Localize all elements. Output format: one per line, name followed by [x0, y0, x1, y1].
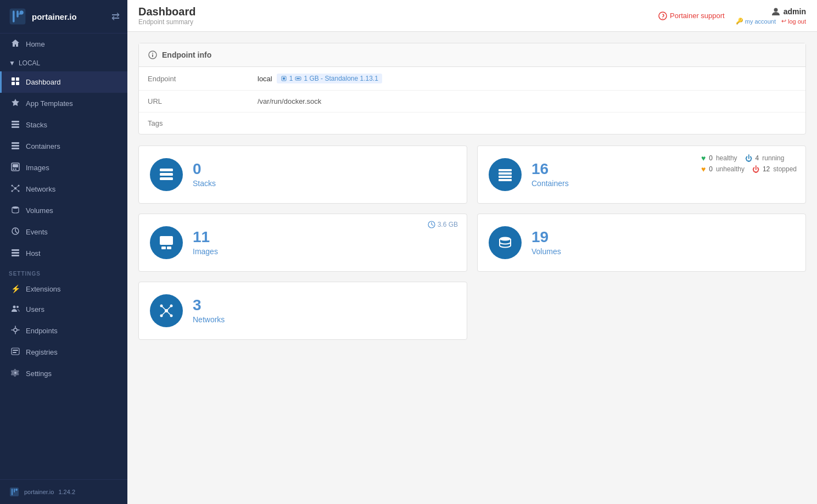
svg-rect-30	[12, 249, 19, 251]
svg-point-44	[662, 18, 663, 19]
images-size: 3.6 GB	[438, 221, 458, 228]
svg-rect-60	[160, 236, 173, 245]
endpoints-icon	[10, 326, 20, 336]
svg-rect-48	[152, 54, 153, 57]
sidebar-item-users[interactable]: Users	[0, 299, 127, 320]
svg-rect-8	[16, 82, 19, 85]
unhealthy-count: 0	[709, 165, 713, 173]
stacks-label: Stacks	[193, 179, 216, 188]
sidebar-item-dashboard-label: Dashboard	[26, 78, 61, 86]
tags-row: Tags	[139, 113, 805, 135]
containers-label: Containers	[531, 179, 569, 188]
volumes-icon-circle	[489, 226, 522, 259]
stacks-stat-info: 0 Stacks	[193, 161, 216, 188]
my-account-link[interactable]: 🔑 my account	[736, 18, 776, 25]
containers-count: 16	[531, 161, 569, 177]
endpoint-info-header: Endpoint info	[139, 43, 805, 67]
containers-icon-circle	[489, 158, 522, 191]
svg-rect-62	[167, 247, 171, 249]
images-stat-info: 11 Images	[193, 229, 218, 256]
container-stats: ♥ 0 healthy ⏻ 4 running ♥ 0 unhealthy ⏻ …	[701, 154, 797, 173]
sidebar-item-extensions[interactable]: ⚡ Extensions	[0, 279, 127, 299]
endpoint-info-title: Endpoint info	[162, 51, 211, 59]
svg-point-42	[15, 489, 18, 491]
sidebar-item-networks[interactable]: Networks	[0, 178, 127, 200]
sidebar-item-networks-label: Networks	[26, 185, 55, 193]
sidebar-nav: Home ▼ LOCAL Dashboard App Templates	[0, 33, 127, 479]
stat-card-stacks[interactable]: 0 Stacks	[138, 145, 467, 204]
logout-link[interactable]: ↩ log out	[781, 18, 806, 25]
sidebar: portainer.io ⇄ Home ▼ LOCAL Dashboard	[0, 0, 127, 504]
svg-rect-57	[499, 172, 512, 175]
svg-rect-17	[13, 169, 14, 170]
networks-label: Networks	[193, 315, 225, 324]
running-label: running	[762, 154, 784, 162]
images-icon	[10, 163, 20, 173]
host-icon	[10, 248, 20, 259]
sidebar-item-endpoints-label: Endpoints	[26, 327, 58, 335]
support-label: Portainer support	[670, 12, 725, 20]
sidebar-logo: portainer.io ⇄	[0, 0, 127, 33]
topbar: Dashboard Endpoint summary Portainer sup…	[127, 0, 817, 32]
svg-rect-58	[499, 176, 512, 178]
transfer-icon[interactable]: ⇄	[111, 10, 120, 23]
stat-card-containers[interactable]: 16 Containers ♥ 0 healthy ⏻ 4 running ♥ …	[477, 145, 806, 204]
events-icon	[10, 227, 20, 237]
settings-section-label: SETTINGS	[0, 264, 127, 279]
svg-rect-37	[13, 350, 18, 351]
logout-icon: ↩	[781, 18, 786, 25]
user-name: admin	[771, 7, 806, 16]
svg-rect-2	[16, 10, 19, 18]
user-section: admin 🔑 my account ↩ log out	[736, 7, 806, 25]
sidebar-item-home[interactable]: Home	[0, 33, 127, 55]
networks-icon-circle	[150, 294, 183, 327]
endpoint-local-text: local	[258, 75, 272, 83]
sidebar-item-endpoints[interactable]: Endpoints	[0, 320, 127, 341]
svg-rect-12	[12, 142, 19, 144]
sidebar-item-app-templates[interactable]: App Templates	[0, 93, 127, 114]
volumes-stat-icon	[497, 234, 513, 251]
svg-rect-56	[499, 169, 512, 171]
stat-card-networks[interactable]: 3 Networks	[138, 282, 467, 340]
sidebar-item-registries[interactable]: Registries	[0, 341, 127, 363]
sidebar-item-containers[interactable]: Containers	[0, 136, 127, 157]
logo-text: portainer.io	[32, 12, 77, 21]
sidebar-item-volumes[interactable]: Volumes	[0, 200, 127, 221]
sidebar-item-registries-label: Registries	[26, 348, 58, 356]
svg-rect-7	[12, 82, 15, 85]
sidebar-item-dashboard[interactable]: Dashboard	[0, 71, 127, 93]
portainer-support-link[interactable]: Portainer support	[658, 12, 725, 20]
running-count: 4	[756, 154, 759, 162]
sidebar-footer: portainer.io 1.24.2	[0, 479, 127, 504]
svg-rect-61	[161, 247, 166, 249]
svg-line-73	[166, 311, 171, 316]
sidebar-item-containers-label: Containers	[26, 142, 60, 150]
topbar-right: Portainer support admin 🔑 my account ↩ l…	[658, 7, 806, 25]
svg-point-43	[659, 12, 667, 20]
healthy-row: ♥ 0 healthy ⏻ 4 running	[701, 154, 797, 163]
registries-icon	[10, 347, 20, 357]
sidebar-item-settings-label: Settings	[26, 369, 52, 378]
tags-field-label: Tags	[139, 113, 249, 135]
content-area: Endpoint info Endpoint local 1 1 GB - St…	[127, 32, 817, 504]
svg-rect-50	[283, 77, 285, 80]
sidebar-item-host[interactable]: Host	[0, 243, 127, 264]
sidebar-item-settings[interactable]: Settings	[0, 363, 127, 384]
memory-icon	[295, 75, 301, 82]
containers-icon	[10, 141, 20, 152]
portainer-logo-icon	[8, 7, 27, 26]
svg-point-45	[774, 8, 777, 12]
svg-rect-41	[14, 489, 15, 492]
stat-card-volumes[interactable]: 19 Volumes	[477, 214, 806, 272]
sidebar-item-events[interactable]: Events	[0, 221, 127, 243]
endpoint-info-table: Endpoint local 1 1 GB - Standalone 1.13.…	[139, 67, 805, 134]
stat-card-images[interactable]: 11 Images 3.6 GB	[138, 214, 467, 272]
svg-rect-55	[160, 177, 173, 180]
sidebar-item-stacks[interactable]: Stacks	[0, 114, 127, 136]
stacks-icon	[10, 120, 20, 130]
sidebar-item-images[interactable]: Images	[0, 157, 127, 178]
images-count: 11	[193, 229, 218, 245]
endpoint-row: Endpoint local 1 1 GB - Standalone 1.13.…	[139, 67, 805, 91]
sidebar-item-events-label: Events	[26, 228, 48, 236]
stacks-stat-icon	[158, 166, 175, 183]
